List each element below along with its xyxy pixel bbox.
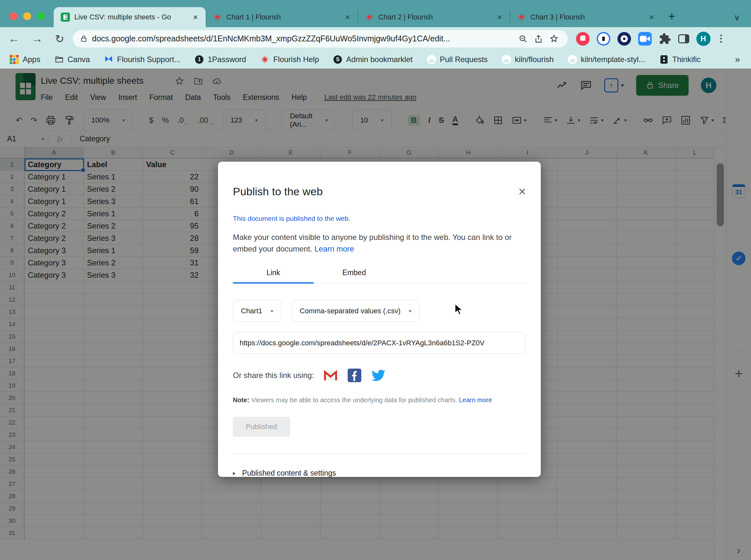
close-tab-icon[interactable]: ×: [647, 12, 656, 22]
forward-icon[interactable]: →: [32, 32, 43, 45]
flourish-favicon: [517, 13, 526, 22]
screenshot-root: Live CSV: multiple sheets - Go×Chart 1 |…: [0, 0, 751, 560]
tab-title: Chart 3 | Flourish: [530, 13, 647, 21]
close-tab-icon[interactable]: ×: [343, 12, 352, 22]
thinkific-icon: [659, 55, 669, 64]
new-tab-button[interactable]: +: [662, 7, 682, 27]
tab-title: Chart 2 | Flourish: [378, 13, 495, 21]
bookmark-label: Thinkific: [672, 55, 701, 64]
tab-title: Live CSV: multiple sheets - Go: [74, 13, 191, 21]
bookmark-item[interactable]: Flourish Support...: [104, 55, 180, 64]
published-url-field[interactable]: https://docs.google.com/spreadsheets/d/e…: [233, 332, 525, 354]
expand-triangle-icon: ▸: [233, 470, 236, 477]
bookmark-item[interactable]: Canva: [55, 55, 90, 64]
tab-embed[interactable]: Embed: [314, 268, 395, 283]
loom-extension-icon[interactable]: [617, 32, 631, 45]
close-tab-icon[interactable]: ×: [495, 12, 504, 22]
address-bar[interactable]: docs.google.com/spreadsheets/d/1EnNcMKmb…: [73, 30, 568, 47]
onepassword-extension-icon[interactable]: [597, 32, 610, 45]
extension-icons: H: [576, 32, 725, 46]
settings-toggle-label: Published content & settings: [242, 469, 336, 478]
github-icon: [427, 55, 436, 64]
zoom-extension-icon[interactable]: [638, 32, 652, 45]
share-page-icon[interactable]: [534, 34, 543, 43]
publish-selection-dropdown[interactable]: Chart1▾: [233, 300, 281, 322]
browser-tab[interactable]: Chart 3 | Flourish×: [510, 7, 662, 27]
minimize-window-button[interactable]: [23, 12, 31, 20]
close-tab-icon[interactable]: ×: [191, 12, 200, 22]
published-button[interactable]: Published: [233, 417, 290, 437]
fullscreen-window-button[interactable]: [37, 12, 45, 20]
bookmark-label: Flourish Help: [273, 55, 319, 64]
published-content-settings-toggle[interactable]: ▸Published content & settings: [233, 469, 526, 478]
description-text: Make your content visible to anyone by p…: [233, 233, 512, 253]
close-dialog-icon[interactable]: ×: [518, 185, 526, 198]
publish-to-web-dialog: Publish to the web × This document is pu…: [218, 162, 541, 477]
macos-window-controls: [0, 12, 54, 27]
bookmark-label: Pull Requests: [440, 55, 488, 64]
onepassword-icon: 1: [195, 55, 204, 64]
github-icon: [502, 55, 511, 64]
note-learn-more-link[interactable]: Learn more: [459, 396, 492, 403]
flourish-icon: [260, 55, 270, 64]
back-icon[interactable]: ←: [8, 32, 19, 45]
bookmark-item[interactable]: Pull Requests: [427, 55, 488, 64]
publish-tabs: Link Embed: [233, 268, 526, 283]
side-panel-icon[interactable]: [678, 34, 689, 43]
dialog-title: Publish to the web: [233, 185, 518, 198]
lock-icon: [81, 36, 86, 41]
bookmark-label: Flourish Support...: [117, 55, 180, 64]
bookmark-label: kiln/template-styl...: [581, 55, 645, 64]
learn-more-link[interactable]: Learn more: [314, 244, 354, 253]
bookmark-label: Apps: [23, 55, 40, 64]
bookmarks-bar: AppsCanvaFlourish Support...11PasswordFl…: [0, 50, 751, 68]
facebook-icon[interactable]: [347, 368, 362, 383]
browser-chrome: Live CSV: multiple sheets - Go×Chart 1 |…: [0, 0, 751, 68]
flourish-support-icon: [104, 55, 113, 64]
dialog-description: Make your content visible to anyone by p…: [233, 232, 517, 255]
toby-extension-icon[interactable]: [576, 32, 590, 45]
twitter-icon[interactable]: [371, 368, 386, 383]
browser-profile-avatar[interactable]: H: [696, 32, 711, 46]
share-prompt-label: Or share this link using:: [233, 371, 314, 380]
bookmark-label: Admin bookmarklet: [346, 55, 412, 64]
bookmark-item[interactable]: Thinkific: [659, 55, 701, 64]
bookmark-item[interactable]: Apps: [10, 55, 40, 64]
flourish-favicon: [365, 13, 374, 22]
zoom-out-icon[interactable]: [518, 34, 528, 43]
tab-strip: Live CSV: multiple sheets - Go×Chart 1 |…: [0, 0, 751, 27]
browser-toolbar: ← → ↻ docs.google.com/spreadsheets/d/1En…: [0, 27, 751, 50]
chevron-down-icon: ▾: [271, 308, 273, 314]
bookmark-item[interactable]: Flourish Help: [260, 55, 319, 64]
extensions-puzzle-icon[interactable]: [659, 33, 671, 45]
bookmark-label: kiln/flourish: [515, 55, 554, 64]
browser-tab[interactable]: Chart 1 | Flourish×: [206, 7, 358, 27]
bookmark-item[interactable]: 11Password: [195, 55, 246, 64]
tab-link[interactable]: Link: [233, 268, 314, 283]
close-window-button[interactable]: [10, 12, 18, 20]
selection-value: Chart1: [241, 307, 262, 315]
admin-bookmarklet-icon: S: [333, 55, 342, 64]
bookmark-label: Canva: [67, 55, 90, 64]
bookmarks-overflow-chevron-icon[interactable]: »: [735, 54, 751, 65]
tab-title: Chart 1 | Flourish: [226, 13, 343, 21]
gmail-icon[interactable]: [323, 368, 338, 383]
apps-grid-icon: [10, 55, 19, 64]
browser-tab[interactable]: Chart 2 | Flourish×: [358, 7, 510, 27]
browser-menu-icon[interactable]: [718, 35, 725, 43]
url-text[interactable]: docs.google.com/spreadsheets/d/1EnNcMKmb…: [92, 34, 515, 43]
bookmark-item[interactable]: kiln/flourish: [502, 55, 554, 64]
bookmark-label: 1Password: [207, 55, 246, 64]
reload-icon[interactable]: ↻: [55, 32, 64, 45]
bookmark-item[interactable]: SAdmin bookmarklet: [333, 55, 412, 64]
browser-tab[interactable]: Live CSV: multiple sheets - Go×: [54, 7, 206, 27]
publish-format-dropdown[interactable]: Comma-separated values (.csv)▾: [292, 300, 419, 322]
note-text: Note: Viewers may be able to access the …: [233, 396, 526, 404]
tab-search-chevron-icon[interactable]: ∨: [734, 13, 751, 27]
folder-icon: [55, 55, 64, 64]
flourish-favicon: [213, 13, 222, 22]
published-status-text: This document is published to the web.: [233, 215, 526, 222]
chevron-down-icon: ▾: [409, 308, 411, 314]
bookmark-item[interactable]: kiln/template-styl...: [568, 55, 645, 64]
bookmark-star-icon[interactable]: [550, 34, 558, 43]
